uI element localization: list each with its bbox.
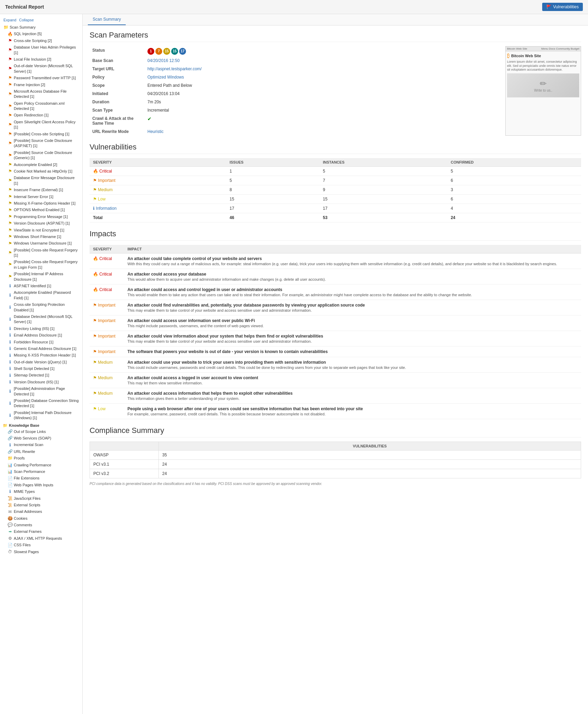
- sidebar-item-aspnet-id[interactable]: ℹ ASP.NET Identified [1]: [0, 283, 82, 289]
- sidebar-item-xss[interactable]: ⚑ Cross-site Scripting [2]: [0, 38, 82, 44]
- sidebar-item-viewstate[interactable]: ⚑ ViewState is not Encrypted [1]: [0, 227, 82, 234]
- sidebar-item-generic-email[interactable]: ℹ Generic Email Address Disclosure [1]: [0, 345, 82, 352]
- sidebar-item-insecure-frame[interactable]: ⚑ Insecure Frame (External) [1]: [0, 187, 82, 193]
- sidebar-item-file-ext[interactable]: 📄 File Extensions: [0, 475, 82, 482]
- base-scan-value: 04/20/2016 12:50: [145, 56, 498, 65]
- table-row: PCI v3.1 24: [90, 460, 581, 469]
- sidebar-item-internal-ip[interactable]: ⚑ [Possible] Internal IP Address Disclos…: [0, 271, 82, 283]
- sidebar-item-dir-listing[interactable]: ℹ Directory Listing (IIS) [1]: [0, 325, 82, 332]
- sidebar-item-ext-scripts[interactable]: 📜 External Scripts: [0, 502, 82, 508]
- target-url-link[interactable]: http://aspnet.testsparker.com/: [147, 66, 202, 71]
- sidebar-item-csrf-login[interactable]: ⚑ [Possible] Cross-site Request Forgery …: [0, 259, 82, 271]
- screenshot-caption: Write to us..: [534, 89, 552, 92]
- sidebar-item-scan-summary[interactable]: 📁 Scan Summary: [0, 24, 82, 31]
- link3-icon: 🔗: [8, 449, 12, 454]
- sidebar-item-xframe[interactable]: ⚑ Missing X-Frame-Options Header [1]: [0, 200, 82, 207]
- sidebar-item-web-inputs[interactable]: 📄 Web Pages With Inputs: [0, 482, 82, 488]
- sidebar-item-possible-xss[interactable]: ⚑ [Possible] Cross-site Scripting [1]: [0, 131, 82, 137]
- table-row: ⚑ Important An attacker could view infor…: [90, 331, 581, 346]
- sidebar-controls: Expand Collapse: [0, 17, 82, 24]
- sidebar-item-slowest-pages[interactable]: ⏱ Slowest Pages: [0, 549, 82, 555]
- sidebar-item-email-disc[interactable]: ℹ Email Address Disclosure [1]: [0, 332, 82, 339]
- url-rewrite-row: URL Rewrite Mode Heuristic: [90, 127, 498, 136]
- sidebar-item-options[interactable]: ⚑ OPTIONS Method Enabled [1]: [0, 207, 82, 213]
- sidebar-item-mime[interactable]: ℹ MIME Types: [0, 488, 82, 495]
- sidebar-item-ver-aspnet[interactable]: ⚑ Version Disclosure (ASP.NET) [1]: [0, 220, 82, 227]
- sidebar-item-db-conn-string[interactable]: ℹ [Possible] Database Connection String …: [0, 397, 82, 410]
- instances-cell: 17: [319, 204, 447, 213]
- sidebar-item-prog-error[interactable]: ⚑ Programming Error Message [1]: [0, 214, 82, 220]
- sidebar-item-ext-frames[interactable]: ➡ External Frames: [0, 528, 82, 535]
- sidebar-item-win-short[interactable]: ⚑ Windows Short Filename [1]: [0, 234, 82, 240]
- sidebar-item-scan-perf[interactable]: 📊 Scan Performance: [0, 468, 82, 475]
- sidebar-item-ood-mssql[interactable]: ⚑ Out-of-date Version (Microsoft SQL Ser…: [0, 63, 82, 75]
- sidebar-item-xss-protection[interactable]: ℹ Cross-site Scripting Protection Disabl…: [0, 301, 82, 313]
- sidebar-item-db-error[interactable]: ⚑ Database Error Message Disclosure [1]: [0, 175, 82, 187]
- compliance-standard-cell: PCI v3.1: [90, 460, 159, 469]
- vuln-col-issues: ISSUES: [226, 158, 319, 167]
- target-url-value: http://aspnet.testsparker.com/: [145, 65, 498, 73]
- url-rewrite-label: URL Rewrite Mode: [90, 127, 145, 136]
- sidebar-item-possible-csrf[interactable]: ⚑ [Possible] Cross-site Request Forgery …: [0, 247, 82, 259]
- sidebar-item-lfi[interactable]: ⚑ Local File Inclusion [2]: [0, 56, 82, 63]
- sidebar-item-silverlight[interactable]: ⚑ Open Silverlight Client Access Policy …: [0, 119, 82, 131]
- sidebar-item-sql-injection[interactable]: 🔥 SQL Injection [5]: [0, 31, 82, 37]
- sidebar-item-frame-inject[interactable]: ⚑ Frame Injection [2]: [0, 82, 82, 88]
- impact-sev-cell: ⚑ Important: [90, 346, 124, 357]
- sidebar-item-incremental-scan[interactable]: ℹ Incremental Scan: [0, 442, 82, 448]
- sidebar-item-css-files[interactable]: 📄 CSS Files: [0, 542, 82, 548]
- table-row: ℹ Information 17 17 4: [90, 204, 581, 213]
- sidebar-item-email-addrs[interactable]: ✉ Email Addresses: [0, 508, 82, 515]
- sidebar-item-src-generic[interactable]: ⚑ [Possible] Source Code Disclosure (Gen…: [0, 149, 82, 162]
- sidebar-item-ver-iis[interactable]: ℹ Version Disclosure (IIS) [1]: [0, 379, 82, 385]
- tab-scan-summary[interactable]: Scan Summary: [88, 14, 126, 25]
- sidebar-item-comments[interactable]: 💬 Comments: [0, 522, 82, 528]
- impacts-table: SEVERITY IMPACT 🔥 Critical An attacker c…: [90, 245, 581, 419]
- info-blue4-icon: ℹ: [8, 317, 12, 322]
- screenshot-content: ₿ Bitcoin Web Site Lorem ipsum dolor sit…: [506, 51, 581, 99]
- sidebar-item-out-of-scope[interactable]: 🔗 Out of Scope Links: [0, 428, 82, 435]
- sidebar-item-win-user[interactable]: ⚑ Windows Username Disclosure [1]: [0, 240, 82, 247]
- sidebar-item-web-services[interactable]: 🔗 Web Services (SOAP): [0, 435, 82, 442]
- table-row: 🔥 Critical An attacker could take comple…: [90, 253, 581, 269]
- sidebar-item-autocomplete-pwd[interactable]: ℹ Autocomplete Enabled (Password Field) …: [0, 289, 82, 301]
- sidebar-item-src-aspnet[interactable]: ⚑ [Possible] Source Code Disclosure (ASP…: [0, 137, 82, 149]
- js-icon: 📜: [8, 496, 12, 501]
- issues-cell: 46: [226, 213, 319, 223]
- sidebar-item-sitemap[interactable]: ℹ Sitemap Detected [1]: [0, 372, 82, 379]
- impact-sev-cell: ⚑ Important: [90, 331, 124, 346]
- impact-sev-cell: ⚑ Medium: [90, 357, 124, 373]
- sidebar-item-url-rewrite[interactable]: 🔗 URL Rewrite: [0, 448, 82, 455]
- sidebar-item-xxss[interactable]: ℹ Missing X-XSS Protection Header [1]: [0, 352, 82, 359]
- sidebar-item-internal-path[interactable]: ℹ [Possible] Internal Path Disclosure (W…: [0, 410, 82, 422]
- sidebar-item-admin-page[interactable]: ℹ [Possible] Administration Page Detecte…: [0, 385, 82, 397]
- sidebar-item-httponly[interactable]: ⚑ Cookie Not Marked as HttpOnly [1]: [0, 168, 82, 175]
- sidebar-item-open-redirect[interactable]: ⚑ Open Redirection [1]: [0, 112, 82, 118]
- sidebar-item-proofs[interactable]: 📁 Proofs: [0, 455, 82, 462]
- sidebar-item-db-admin[interactable]: ⚑ Database User Has Admin Privileges [1]: [0, 44, 82, 56]
- sidebar-item-ms-access[interactable]: ⚑ Microsoft Access Database File Detecte…: [0, 88, 82, 100]
- sidebar-item-pass-http[interactable]: ⚑ Password Transmitted over HTTP [1]: [0, 75, 82, 81]
- sidebar-item-autocomplete[interactable]: ⚑ Autocomplete Enabled [2]: [0, 162, 82, 168]
- sidebar-item-shell-script[interactable]: ℹ Shell Script Detected [1]: [0, 365, 82, 372]
- sidebar-item-cookies[interactable]: 🍪 Cookies: [0, 515, 82, 522]
- sidebar-item-forbidden[interactable]: ℹ Forbidden Resource [1]: [0, 339, 82, 345]
- impact-sev-cell: ⚑ Medium: [90, 388, 124, 404]
- expand-link[interactable]: Expand: [3, 18, 16, 22]
- sidebar-item-crawl-perf[interactable]: 📊 Crawling Performance: [0, 462, 82, 468]
- content-area: Scan Summary Scan Parameters Status 1: [83, 14, 588, 714]
- vulnerabilities-button[interactable]: 🚩 Vulnerabilities: [542, 3, 583, 11]
- sidebar-item-server-error[interactable]: ⚑ Internal Server Error [1]: [0, 194, 82, 200]
- sidebar-item-js-files[interactable]: 📜 JavaScript Files: [0, 495, 82, 502]
- sidebar-item-ood-jquery[interactable]: ℹ Out-of-date Version (jQuery) [1]: [0, 359, 82, 365]
- impact-sev-cell: ⚑ Important: [90, 315, 124, 331]
- sidebar-item-ajax[interactable]: ⚙ AJAX / XML HTTP Requests: [0, 535, 82, 542]
- url-rewrite-link[interactable]: Heuristic: [147, 129, 164, 134]
- email-icon: ✉: [8, 509, 12, 514]
- compliance-standard-cell: OWASP: [90, 451, 159, 460]
- collapse-link[interactable]: Collapse: [19, 18, 34, 22]
- scan-params-layout: Status 1 7 15 15 17: [90, 46, 581, 136]
- sidebar-item-crossdomain[interactable]: ⚑ Open Policy Crossdomain.xml Detected […: [0, 100, 82, 112]
- policy-link[interactable]: Optimized Windows: [147, 75, 184, 80]
- sidebar-item-db-detected[interactable]: ℹ Database Detected (Microsoft SQL Serve…: [0, 313, 82, 325]
